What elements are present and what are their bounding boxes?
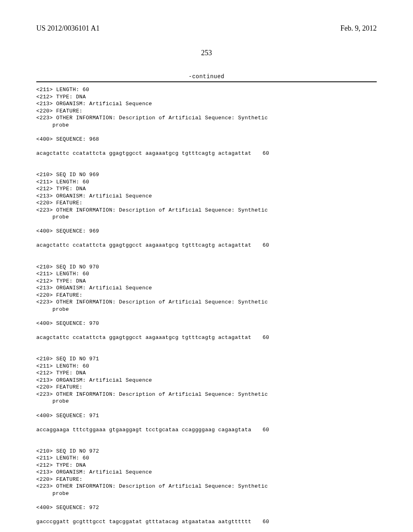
sequence-entry: <210> SEQ ID NO 970<211> LENGTH: 60<212>… xyxy=(36,264,377,349)
page-number: 253 xyxy=(36,49,377,57)
sequence-entry: <210> SEQ ID NO 969<211> LENGTH: 60<212>… xyxy=(36,171,377,256)
sequence-data: acagctattc ccatattcta ggagtggcct aagaaat… xyxy=(36,242,251,249)
continued-label: -continued xyxy=(36,73,377,80)
sequence-listing: <211> LENGTH: 60<212> TYPE: DNA<213> ORG… xyxy=(36,86,377,532)
sequence-data: accaggaaga tttctggaaa gtgaaggagt tcctgca… xyxy=(36,426,251,434)
publication-number: US 2012/0036101 A1 xyxy=(36,24,100,33)
sequence-data: gacccggatt gcgtttgcct tagcggatat gtttata… xyxy=(36,518,251,526)
sequence-data: acagctattc ccatattcta ggagtggcct aagaaat… xyxy=(36,334,251,341)
sequence-position: 60 xyxy=(263,334,269,341)
divider xyxy=(36,81,377,82)
publication-date: Feb. 9, 2012 xyxy=(340,24,377,33)
sequence-position: 60 xyxy=(263,518,269,526)
sequence-entry: <210> SEQ ID NO 972<211> LENGTH: 60<212>… xyxy=(36,448,377,532)
sequence-data: acagctattc ccatattcta ggagtggcct aagaaat… xyxy=(36,150,251,157)
sequence-entry: <210> SEQ ID NO 971<211> LENGTH: 60<212>… xyxy=(36,355,377,441)
page-header: US 2012/0036101 A1 Feb. 9, 2012 xyxy=(36,24,377,33)
sequence-position: 60 xyxy=(263,426,269,434)
page-container: US 2012/0036101 A1 Feb. 9, 2012 253 -con… xyxy=(0,0,413,532)
sequence-position: 60 xyxy=(263,242,269,249)
sequence-position: 60 xyxy=(263,150,269,157)
sequence-entry: <211> LENGTH: 60<212> TYPE: DNA<213> ORG… xyxy=(36,86,377,164)
